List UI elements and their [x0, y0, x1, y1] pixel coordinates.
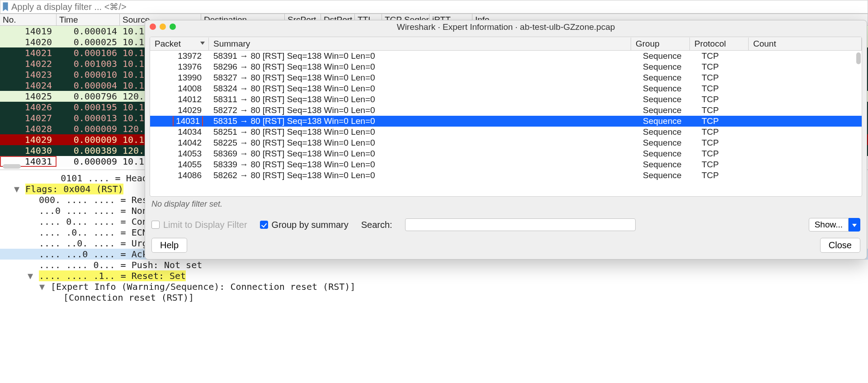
expert-protocol: TCP	[697, 73, 756, 83]
expert-row[interactable]: 1408658262 → 80 [RST] Seq=138 Win=0 Len=…	[150, 170, 862, 181]
packet-time: 0.000796	[57, 91, 120, 102]
packet-no: 14030	[0, 145, 57, 156]
packet-time: 0.001003	[57, 58, 120, 69]
detail-line[interactable]: ▼ [Expert Info (Warning/Sequence): Conne…	[0, 281, 868, 292]
close-window-icon[interactable]	[150, 24, 156, 30]
zoom-window-icon[interactable]	[170, 24, 176, 30]
search-input[interactable]	[405, 218, 636, 231]
search-label: Search:	[361, 220, 392, 230]
expert-packet: 14042	[150, 138, 209, 148]
tree-expander-icon[interactable]: ▼	[27, 270, 33, 281]
detail-line[interactable]: ▼ .... .... .1.. = Reset: Set	[0, 270, 868, 281]
expert-row[interactable]: 1403458251 → 80 [RST] Seq=138 Win=0 Len=…	[150, 127, 862, 137]
expert-row[interactable]: 1397658296 → 80 [RST] Seq=138 Win=0 Len=…	[150, 61, 862, 72]
expert-group: Sequence	[638, 116, 697, 126]
tree-expander-icon[interactable]: ▼	[14, 184, 20, 194]
expert-group: Sequence	[638, 170, 697, 180]
limit-to-display-filter-checkbox[interactable]: Limit to Display Filter	[151, 220, 247, 230]
expert-summary: 58369 → 80 [RST] Seq=138 Win=0 Len=0	[209, 149, 638, 159]
expert-row[interactable]: 1401258311 → 80 [RST] Seq=138 Win=0 Len=…	[150, 94, 862, 105]
expert-row[interactable]: 1405558339 → 80 [RST] Seq=138 Win=0 Len=…	[150, 159, 862, 170]
window-titlebar[interactable]: Wireshark · Expert Information · ab-test…	[145, 20, 867, 34]
detail-line[interactable]: .... .... 0... = Push: Not set	[0, 260, 868, 270]
packet-no: 14029	[0, 134, 57, 145]
expert-packet: 13972	[150, 51, 209, 61]
packet-no: 14026	[0, 102, 57, 113]
expert-summary: 58272 → 80 [RST] Seq=138 Win=0 Len=0	[209, 105, 638, 115]
packet-time: 0.000010	[57, 69, 120, 80]
expert-group: Sequence	[638, 138, 697, 148]
packet-time: 0.000004	[57, 80, 120, 91]
show-button[interactable]: Show...	[809, 218, 849, 232]
col-summary[interactable]: Summary	[209, 38, 631, 50]
expert-packet: 13976	[150, 62, 209, 72]
packet-time: 0.000009	[57, 156, 120, 167]
checkbox-label: Group by summary	[272, 220, 349, 230]
vertical-scrollbar[interactable]	[856, 52, 861, 64]
expert-protocol: TCP	[697, 138, 756, 148]
col-protocol[interactable]: Protocol	[690, 38, 749, 50]
expert-packet: 14008	[150, 84, 209, 94]
packet-no: 14024	[0, 80, 57, 91]
display-filter-input[interactable]	[11, 2, 868, 12]
expert-packet: 14034	[150, 127, 209, 137]
expert-status-text: No display filter set.	[145, 197, 867, 209]
col-time[interactable]: Time	[57, 14, 120, 26]
expert-packet: 14086	[150, 170, 209, 180]
packet-time: 0.000014	[57, 26, 120, 37]
expert-row[interactable]: 1402958272 → 80 [RST] Seq=138 Win=0 Len=…	[150, 105, 862, 116]
horizontal-scrollbar[interactable]	[3, 164, 21, 169]
expert-protocol: TCP	[697, 51, 756, 61]
expert-row[interactable]: 1404258225 → 80 [RST] Seq=138 Win=0 Len=…	[150, 137, 862, 148]
expert-row[interactable]: 1400858324 → 80 [RST] Seq=138 Win=0 Len=…	[150, 83, 862, 94]
expert-protocol: TCP	[697, 149, 756, 159]
sort-caret-icon	[200, 42, 205, 45]
detail-line[interactable]: [Connection reset (RST)]	[0, 292, 868, 303]
close-button[interactable]: Close	[820, 238, 860, 253]
packet-time: 0.000106	[57, 47, 120, 58]
expert-summary: 58391 → 80 [RST] Seq=138 Win=0 Len=0	[209, 51, 638, 61]
expert-packet: 14031	[150, 116, 209, 126]
expert-row[interactable]: 1397258391 → 80 [RST] Seq=138 Win=0 Len=…	[150, 51, 862, 61]
col-packet[interactable]: Packet	[150, 38, 209, 50]
packet-time: 0.000025	[57, 37, 120, 47]
expert-protocol: TCP	[697, 95, 756, 104]
tree-expander-icon[interactable]: ▼	[39, 281, 45, 292]
expert-table-header[interactable]: Packet Summary Group Protocol Count	[150, 37, 862, 51]
expert-group: Sequence	[638, 149, 697, 159]
help-button[interactable]: Help	[151, 238, 187, 253]
expert-summary: 58262 → 80 [RST] Seq=138 Win=0 Len=0	[209, 170, 638, 180]
expert-group: Sequence	[638, 84, 697, 94]
packet-no: 14023	[0, 69, 57, 80]
packet-no: 14022	[0, 58, 57, 69]
display-filter-bar[interactable]	[0, 0, 868, 14]
expert-row[interactable]: 1399058327 → 80 [RST] Seq=138 Win=0 Len=…	[150, 72, 862, 83]
expert-summary: 58225 → 80 [RST] Seq=138 Win=0 Len=0	[209, 138, 638, 148]
expert-protocol: TCP	[697, 62, 756, 72]
expert-packet: 14055	[150, 160, 209, 170]
expert-row[interactable]: 1403158315 → 80 [RST] Seq=138 Win=0 Len=…	[150, 116, 862, 127]
expert-group: Sequence	[638, 62, 697, 72]
expert-group: Sequence	[638, 73, 697, 83]
expert-row[interactable]: 1405358369 → 80 [RST] Seq=138 Win=0 Len=…	[150, 148, 862, 159]
window-title: Wireshark · Expert Information · ab-test…	[397, 22, 615, 32]
expert-summary: 58327 → 80 [RST] Seq=138 Win=0 Len=0	[209, 73, 638, 83]
checkbox-icon	[260, 221, 268, 229]
show-dropdown[interactable]: Show...	[809, 218, 860, 232]
expert-summary: 58339 → 80 [RST] Seq=138 Win=0 Len=0	[209, 160, 638, 170]
col-count[interactable]: Count	[749, 38, 862, 50]
group-by-summary-checkbox[interactable]: Group by summary	[260, 220, 349, 230]
chevron-down-icon[interactable]	[849, 218, 860, 232]
window-controls[interactable]	[150, 24, 176, 30]
expert-protocol: TCP	[697, 84, 756, 94]
minimize-window-icon[interactable]	[160, 24, 166, 30]
expert-summary: 58315 → 80 [RST] Seq=138 Win=0 Len=0	[209, 116, 638, 126]
expert-group: Sequence	[638, 160, 697, 170]
packet-time: 0.000389	[57, 145, 120, 156]
packet-no: 14028	[0, 123, 57, 134]
col-no[interactable]: No.	[0, 14, 57, 26]
packet-no: 14025	[0, 91, 57, 102]
checkbox-label: Limit to Display Filter	[163, 220, 247, 230]
expert-protocol: TCP	[697, 116, 756, 126]
col-group[interactable]: Group	[631, 38, 690, 50]
